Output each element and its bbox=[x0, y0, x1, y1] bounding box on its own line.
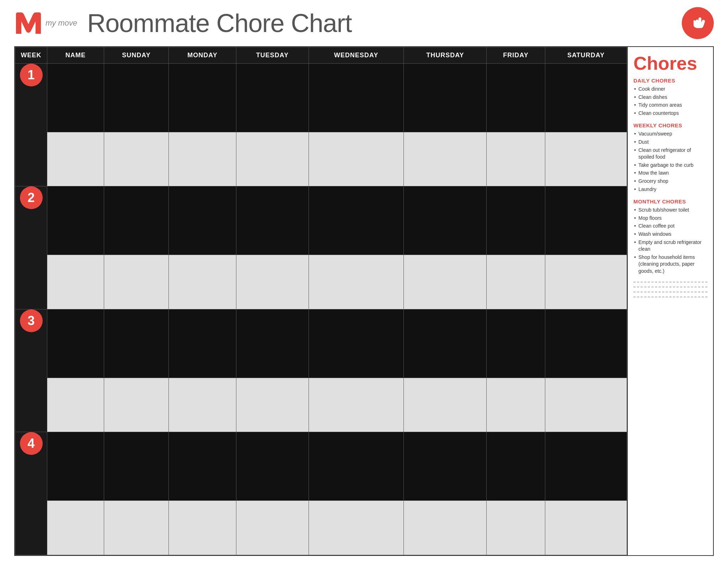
week-1-name-bottom bbox=[47, 132, 104, 186]
week-4-saturday-bottom bbox=[545, 501, 627, 555]
week-3-top-row: 3 bbox=[15, 309, 627, 378]
week-1-tuesday-bottom bbox=[236, 132, 309, 186]
col-tuesday: TUESDAY bbox=[236, 47, 309, 64]
week-2-monday-bottom bbox=[169, 255, 236, 309]
chore-item: Mow the lawn bbox=[633, 170, 707, 177]
col-saturday: SATURDAY bbox=[545, 47, 627, 64]
dashed-line-4 bbox=[633, 297, 707, 297]
chore-item: Clean coffee pot bbox=[633, 223, 707, 230]
monthly-chores-heading: MONTHLY CHORES bbox=[633, 198, 707, 205]
week-1-thursday-top bbox=[404, 64, 487, 132]
week-2-monday-top bbox=[169, 186, 236, 255]
chore-table: WEEK NAME SUNDAY MONDAY TUESDAY WEDNESDA… bbox=[15, 47, 627, 555]
week-4-tuesday-bottom bbox=[236, 501, 309, 555]
week-1-saturday-top bbox=[545, 64, 627, 132]
week-3-name-top bbox=[47, 309, 104, 378]
week-4-friday-bottom bbox=[487, 501, 545, 555]
week-3-wednesday-bottom bbox=[309, 378, 404, 432]
week-2-wednesday-bottom bbox=[309, 255, 404, 309]
pointing-hand-icon bbox=[687, 12, 708, 34]
logo-icon bbox=[14, 11, 43, 36]
week-1-wednesday-bottom bbox=[309, 132, 404, 186]
week-3-tuesday-top bbox=[236, 309, 309, 378]
chore-item: Take garbage to the curb bbox=[633, 162, 707, 169]
week-2-wednesday-top bbox=[309, 186, 404, 255]
week-2-friday-top bbox=[487, 186, 545, 255]
week-1-cell: 1 bbox=[15, 64, 47, 186]
week-1-tuesday-top bbox=[236, 64, 309, 132]
chore-item: Empty and scrub refrigerator clean bbox=[633, 239, 707, 253]
week-2-thursday-bottom bbox=[404, 255, 487, 309]
week-1-badge: 1 bbox=[20, 64, 43, 86]
week-1-friday-top bbox=[487, 64, 545, 132]
dashed-line-2 bbox=[633, 287, 707, 287]
week-2-thursday-top bbox=[404, 186, 487, 255]
week-3-friday-top bbox=[487, 309, 545, 378]
week-4-sunday-bottom bbox=[104, 501, 169, 555]
week-2-saturday-bottom bbox=[545, 255, 627, 309]
weekly-chores-heading: WEEKLY CHORES bbox=[633, 122, 707, 128]
page-title: Roommate Chore Chart bbox=[87, 9, 675, 38]
week-4-monday-bottom bbox=[169, 501, 236, 555]
week-4-friday-top bbox=[487, 432, 545, 501]
week-3-saturday-top bbox=[545, 309, 627, 378]
week-1-bottom-row bbox=[15, 132, 627, 186]
week-4-name-bottom bbox=[47, 501, 104, 555]
week-1-thursday-bottom bbox=[404, 132, 487, 186]
week-3-badge: 3 bbox=[20, 309, 43, 332]
monthly-chores-list: Scrub tub/shower toilet Mop floors Clean… bbox=[633, 207, 707, 275]
weekly-chores-section: WEEKLY CHORES Vacuum/sweep Dust Clean ou… bbox=[633, 122, 707, 193]
table-header-row: WEEK NAME SUNDAY MONDAY TUESDAY WEDNESDA… bbox=[15, 47, 627, 64]
week-3-thursday-top bbox=[404, 309, 487, 378]
week-3-friday-bottom bbox=[487, 378, 545, 432]
week-3-thursday-bottom bbox=[404, 378, 487, 432]
week-2-tuesday-top bbox=[236, 186, 309, 255]
week-3-wednesday-top bbox=[309, 309, 404, 378]
table-area: WEEK NAME SUNDAY MONDAY TUESDAY WEDNESDA… bbox=[15, 47, 628, 555]
chore-item: Wash windows bbox=[633, 231, 707, 238]
daily-chores-section: DAILY CHORES Cook dinner Clean dishes Ti… bbox=[633, 78, 707, 117]
col-name: NAME bbox=[47, 47, 104, 64]
chore-item: Scrub tub/shower toilet bbox=[633, 207, 707, 214]
week-3-monday-bottom bbox=[169, 378, 236, 432]
col-week: WEEK bbox=[15, 47, 47, 64]
monthly-chores-section: MONTHLY CHORES Scrub tub/shower toilet M… bbox=[633, 198, 707, 275]
chore-item: Dust bbox=[633, 139, 707, 146]
week-4-wednesday-top bbox=[309, 432, 404, 501]
daily-chores-list: Cook dinner Clean dishes Tidy common are… bbox=[633, 86, 707, 117]
main-content: WEEK NAME SUNDAY MONDAY TUESDAY WEDNESDA… bbox=[14, 46, 714, 556]
week-4-badge: 4 bbox=[20, 432, 43, 455]
week-2-top-row: 2 bbox=[15, 186, 627, 255]
logo-area: my move bbox=[14, 11, 81, 36]
header-icon bbox=[682, 7, 714, 39]
week-1-top-row: 1 bbox=[15, 64, 627, 132]
week-4-tuesday-top bbox=[236, 432, 309, 501]
week-3-name-bottom bbox=[47, 378, 104, 432]
week-3-cell: 3 bbox=[15, 309, 47, 432]
week-2-name-top bbox=[47, 186, 104, 255]
chore-item: Clean countertops bbox=[633, 110, 707, 117]
week-3-sunday-bottom bbox=[104, 378, 169, 432]
weekly-chores-list: Vacuum/sweep Dust Clean out refrigerator… bbox=[633, 131, 707, 193]
week-2-badge: 2 bbox=[20, 186, 43, 209]
week-1-name-top bbox=[47, 64, 104, 132]
chore-item: Cook dinner bbox=[633, 86, 707, 93]
week-1-sunday-top bbox=[104, 64, 169, 132]
col-thursday: THURSDAY bbox=[404, 47, 487, 64]
week-4-top-row: 4 bbox=[15, 432, 627, 501]
week-3-sunday-top bbox=[104, 309, 169, 378]
chore-item: Vacuum/sweep bbox=[633, 131, 707, 138]
week-2-friday-bottom bbox=[487, 255, 545, 309]
dashed-line-1 bbox=[633, 282, 707, 282]
dashed-line-3 bbox=[633, 292, 707, 292]
week-4-thursday-top bbox=[404, 432, 487, 501]
chore-item: Grocery shop bbox=[633, 178, 707, 185]
sidebar: Chores DAILY CHORES Cook dinner Clean di… bbox=[628, 47, 713, 555]
week-2-tuesday-bottom bbox=[236, 255, 309, 309]
week-1-friday-bottom bbox=[487, 132, 545, 186]
week-1-monday-top bbox=[169, 64, 236, 132]
week-2-saturday-top bbox=[545, 186, 627, 255]
week-2-sunday-top bbox=[104, 186, 169, 255]
week-4-name-top bbox=[47, 432, 104, 501]
daily-chores-heading: DAILY CHORES bbox=[633, 78, 707, 84]
